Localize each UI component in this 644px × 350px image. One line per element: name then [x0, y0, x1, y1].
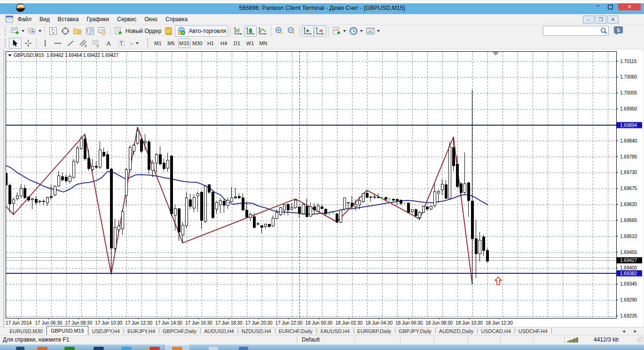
symbol-tab-nzdusd-h4[interactable]: NZDUSD,H4 — [238, 327, 275, 335]
taskbar-app-icon[interactable] — [64, 347, 75, 350]
menu-item-справка[interactable]: Справка — [162, 15, 192, 24]
mdi-close-button[interactable]: ✕ — [607, 16, 619, 24]
menu-item-графики[interactable]: Графики — [83, 15, 113, 24]
symbol-tab-xauusd-h4[interactable]: XAUUSD,H4 — [316, 327, 353, 335]
taskbar-app-icon[interactable] — [94, 347, 104, 350]
symbol-tab-usdchf-h4[interactable]: USDCHF,H4 — [515, 327, 551, 335]
chevron-down-icon[interactable] — [360, 30, 363, 32]
status-profile[interactable]: Default — [302, 336, 320, 343]
timeframe-m30-button[interactable]: M30 — [191, 39, 204, 48]
zoom-out-button[interactable] — [285, 25, 298, 37]
chevron-down-icon[interactable] — [377, 30, 380, 32]
time-axis-label: 17 Jun 06:30 — [35, 320, 62, 326]
maximize-button[interactable] — [605, 3, 616, 10]
zoom-in-button[interactable] — [273, 25, 285, 37]
price-chart[interactable]: GBPUSD,M15 1.69462 1.69464 1.69422 1.694… — [0, 49, 644, 327]
close-button[interactable]: ✕ — [618, 3, 641, 10]
fibonacci-button[interactable]: F — [89, 38, 102, 49]
toolbar-grip[interactable] — [4, 39, 7, 48]
label-button[interactable]: T — [115, 38, 127, 49]
symbol-tab-gbpusd-m15[interactable]: GBPUSD,M15 — [47, 326, 88, 335]
navigator-icon — [73, 26, 82, 36]
trendline-button[interactable] — [64, 38, 77, 49]
mdi-restore-button[interactable]: ❐ — [595, 16, 606, 24]
titlebar[interactable]: 565896: Panteon Client Terminal - Демо С… — [0, 3, 644, 14]
tabs-scroll-left-icon[interactable]: ◄ — [621, 329, 626, 334]
timeframe-mn-button[interactable]: MN — [257, 39, 269, 48]
status-separator — [500, 336, 501, 343]
price-axis-label: 1.69235 — [620, 313, 637, 318]
new-chart-button[interactable] — [9, 25, 26, 37]
menu-item-вид[interactable]: Вид — [36, 15, 54, 24]
chevron-down-icon[interactable] — [22, 30, 24, 32]
symbol-tab-eurchf-daily[interactable]: EURCHF,Daily — [275, 327, 316, 335]
navigator-button[interactable] — [71, 25, 84, 37]
taskbar-app-icon[interactable] — [172, 347, 182, 350]
symbol-tab-audnzd-daily[interactable]: AUDNZD,Daily — [435, 327, 477, 335]
taskbar-app-icon[interactable] — [149, 347, 160, 350]
profiles-button[interactable] — [26, 25, 43, 37]
notifications-badge-icon[interactable]: 5 — [613, 26, 625, 36]
timeframe-m1-button[interactable]: M1 — [152, 39, 164, 48]
channel-button[interactable]: E — [77, 38, 89, 49]
market-watch-button[interactable] — [47, 25, 59, 37]
timeframe-m5-button[interactable]: M5 — [165, 39, 177, 48]
horizontal-line-button[interactable] — [51, 38, 64, 49]
menu-item-файл[interactable]: Файл — [14, 15, 36, 24]
symbol-tab-audusd-h4[interactable]: AUDUSD,H4 — [200, 327, 238, 335]
menu-item-вставка[interactable]: Вставка — [54, 15, 83, 24]
toolbar-grip[interactable] — [147, 39, 149, 48]
search-input[interactable] — [544, 27, 600, 35]
symbol-tab-usdjpy-h4[interactable]: USDJPY,H4 — [88, 327, 124, 335]
symbol-tab-usdcad-h4[interactable]: USDCAD,H4 — [477, 327, 515, 335]
new-order-button[interactable]: Новый Ордер — [112, 25, 163, 37]
timeframe-h4-button[interactable]: H4 — [218, 39, 230, 48]
indicators-button[interactable] — [330, 25, 347, 37]
crosshair-button[interactable] — [22, 38, 34, 49]
taskbar-app-icon[interactable] — [37, 347, 47, 350]
periods-button[interactable] — [347, 25, 364, 37]
chevron-down-icon[interactable] — [39, 30, 41, 32]
minimize-button[interactable]: – — [592, 2, 604, 9]
data-window-button[interactable] — [59, 25, 71, 37]
symbol-tab-gbpchf-daily[interactable]: GBPCHF,Daily — [159, 327, 200, 335]
chevron-down-icon[interactable] — [136, 42, 139, 44]
taskbar-app-icon[interactable] — [16, 347, 24, 350]
timeframe-m15-button[interactable]: M15 — [178, 39, 190, 48]
bar-chart-button[interactable] — [232, 25, 244, 37]
taskbar-app-icon[interactable] — [209, 347, 218, 350]
menu-item-сервис[interactable]: Сервис — [113, 15, 141, 24]
windows-taskbar[interactable] — [0, 344, 644, 350]
symbol-tab-eurusd-m30[interactable]: EURUSD,M30 — [6, 327, 47, 335]
text-button[interactable]: A — [102, 38, 115, 49]
status-separator — [297, 336, 297, 343]
timeframe-d1-button[interactable]: D1 — [231, 39, 243, 48]
symbol-tab-eurgbp-daily[interactable]: EURGBP,Daily — [353, 327, 395, 335]
timeframe-h1-button[interactable]: H1 — [204, 39, 217, 48]
auto-scroll-button[interactable] — [302, 25, 314, 37]
mdi-minimize-button[interactable]: – — [583, 16, 594, 24]
taskbar-app-icon[interactable] — [239, 347, 248, 350]
symbol-tab-eurjpy-h4[interactable]: EURJPY,H4 — [124, 327, 159, 335]
chart-shift-button[interactable] — [314, 25, 326, 37]
taskbar-app-icon[interactable] — [121, 347, 132, 350]
timeframe-w1-button[interactable]: W1 — [244, 39, 256, 48]
tabs-scroll-right-icon[interactable]: ► — [633, 329, 637, 334]
candle-chart-button[interactable] — [244, 25, 257, 37]
terminal-button[interactable] — [84, 25, 96, 37]
metaeditor-button[interactable] — [163, 25, 175, 37]
resize-grip[interactable] — [637, 337, 644, 343]
symbol-tab-gbpjpy-daily[interactable]: GBPJPY,Daily — [395, 327, 435, 335]
autotrade-button[interactable]: Авто-торговля — [175, 25, 228, 37]
cursor-button[interactable] — [9, 38, 22, 49]
toolbar-grip[interactable] — [4, 26, 7, 36]
line-chart-button[interactable] — [257, 25, 269, 37]
vertical-line-button[interactable] — [39, 38, 51, 49]
search-icon[interactable] — [600, 27, 607, 34]
periods-icon — [349, 26, 358, 36]
strategy-tester-button[interactable] — [96, 25, 108, 37]
arrows-button[interactable] — [127, 38, 140, 49]
menu-item-окно[interactable]: Окно — [141, 15, 162, 24]
templates-button[interactable] — [364, 25, 381, 37]
chevron-down-icon[interactable] — [343, 30, 346, 32]
